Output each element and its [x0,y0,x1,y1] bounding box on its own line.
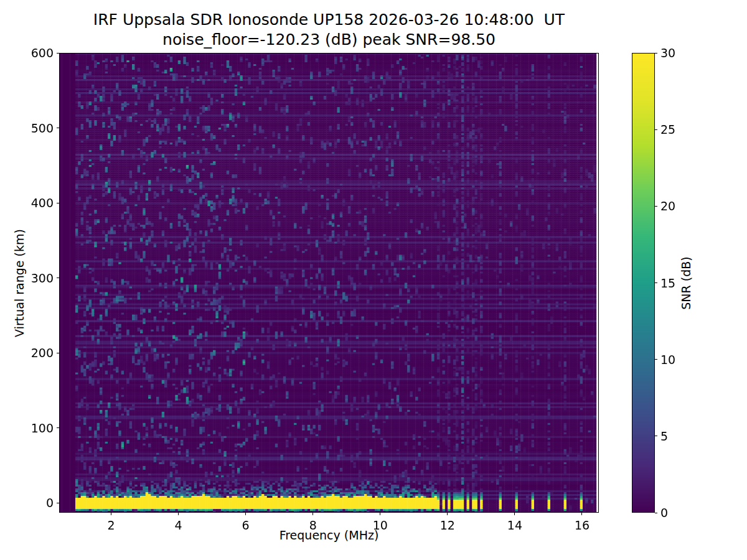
x-tick-mark [447,513,448,515]
colorbar-tick-label: 20 [660,199,688,213]
y-tick-mark [57,427,59,428]
chart-title: IRF Uppsala SDR Ionosonde UP158 2026-03-… [59,11,599,29]
y-tick-label: 300 [22,271,54,285]
x-tick-mark [581,513,582,515]
x-tick-label: 2 [97,518,125,532]
y-tick-mark [57,278,59,278]
x-tick-label: 6 [232,518,260,532]
colorbar-tick-mark [655,513,657,513]
colorbar-tick-mark [655,206,657,207]
y-tick-mark [57,503,59,503]
x-tick-mark [514,513,515,515]
colorbar-tick-mark [655,359,657,360]
chart-subtitle: noise_floor=-120.23 (dB) peak SNR=98.50 [59,30,599,49]
y-tick-mark [57,203,59,203]
colorbar-tick-label: 25 [660,123,688,136]
x-tick-mark [312,513,313,515]
y-tick-label: 200 [22,346,54,360]
y-tick-label: 600 [22,46,54,60]
y-tick-mark [57,353,59,353]
ionogram-heatmap-canvas [59,53,599,513]
colorbar-tick-mark [655,129,657,130]
x-tick-label: 12 [434,518,461,532]
x-tick-label: 10 [367,518,394,532]
colorbar-tick-label: 5 [660,429,688,443]
colorbar-tick-label: 15 [660,276,688,290]
x-tick-label: 14 [501,518,529,532]
y-tick-mark [57,128,59,128]
y-tick-mark [57,53,59,54]
x-tick-mark [111,513,111,515]
x-tick-mark [178,513,179,515]
x-tick-label: 8 [299,518,327,532]
x-tick-mark [245,513,246,515]
y-tick-label: 0 [22,496,54,510]
colorbar-tick-label: 10 [660,353,688,366]
x-tick-mark [380,513,380,515]
ionogram-figure: IRF Uppsala SDR Ionosonde UP158 2026-03-… [0,0,747,560]
colorbar-tick-label: 30 [660,46,688,60]
y-tick-label: 100 [22,421,54,435]
x-tick-label: 16 [568,518,596,532]
x-tick-label: 4 [165,518,192,532]
y-tick-label: 500 [22,121,54,135]
y-tick-label: 400 [22,196,54,210]
colorbar-tick-label: 0 [660,506,688,520]
colorbar-tick-mark [655,53,657,54]
colorbar-tick-mark [655,436,657,436]
colorbar-tick-mark [655,282,657,283]
colorbar-gradient-canvas [632,53,655,513]
